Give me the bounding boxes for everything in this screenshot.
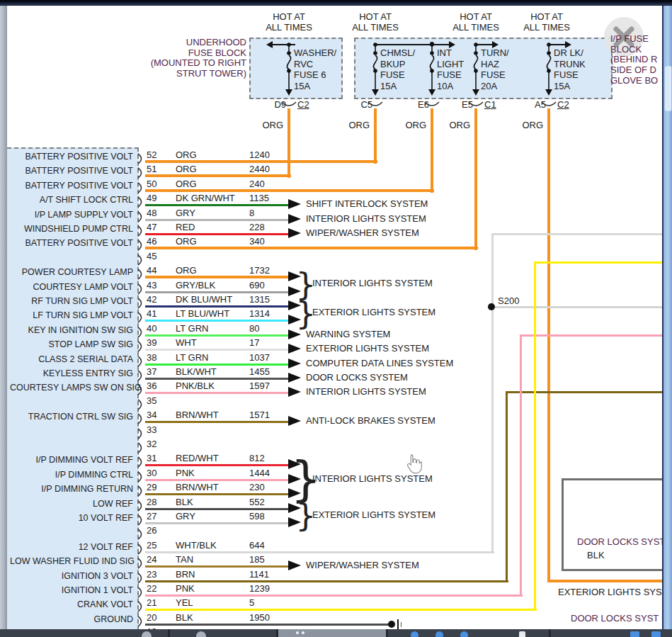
pin-function-label: GROUND	[10, 614, 133, 624]
pin-bracket-icon	[137, 327, 145, 338]
fuse-name: FUSE	[437, 70, 462, 81]
wire-circuit-number: 1950	[249, 613, 270, 624]
wire-color-code: WHT/BLK	[176, 541, 217, 551]
system-reference-label: WARNING SYSTEM	[306, 329, 390, 340]
wire-circuit-number: 2440	[249, 164, 270, 175]
hot-at-all-times-label: ALL TIMES	[508, 23, 586, 33]
taskbar-segment-4[interactable]	[388, 629, 549, 637]
fuse-wire-color-label: ORG	[397, 120, 426, 131]
wire-arrow-icon	[288, 344, 301, 354]
fuse-wire-vertical	[547, 108, 550, 582]
fuse-name: DR LK/	[554, 48, 583, 59]
blue-square-icon[interactable]	[630, 631, 639, 637]
underhood-fuse-block-label: FUSE BLOCK	[113, 48, 246, 59]
pin-bracket-icon	[137, 211, 145, 222]
circle-icon[interactable]	[142, 631, 152, 637]
wire-row	[145, 624, 391, 626]
wire-color-code: DK BLU/WHT	[176, 295, 232, 305]
wire-color-code: LT GRN	[176, 353, 208, 363]
fuse-name: FUSE	[481, 70, 506, 81]
route-exit-horizontal	[534, 261, 664, 264]
wire-row	[145, 204, 289, 206]
cursor-arrow-icon[interactable]	[519, 631, 525, 637]
wire-circuit-number: 644	[249, 541, 265, 551]
wire-row	[145, 349, 289, 351]
pin-number: 25	[147, 541, 156, 551]
fuse-wire-color-label: ORG	[513, 120, 543, 131]
splice-label: S200	[498, 296, 519, 307]
wire-row	[145, 479, 289, 481]
fuse-name: FUSE	[554, 70, 579, 81]
bottom-taskbar[interactable]	[0, 629, 672, 637]
pin-function-label: IGNITION 3 VOLT	[10, 571, 133, 581]
exit-label-exterior-lights: EXTERIOR LIGHTS SYST	[558, 587, 668, 598]
blue-square-icon[interactable]	[651, 631, 661, 637]
pin-function-label: CRANK VOLT	[10, 599, 133, 609]
window-top-edge	[0, 0, 672, 6]
wire-circuit-number: 228	[249, 222, 265, 233]
pin-function-label: LOW WASHER FLUID IND SIG	[10, 556, 133, 566]
pin-function-label: COURTESY LAMPS SW ON SIG	[10, 383, 133, 393]
pin-function-label: I/P DIMMING VOLT REF	[10, 455, 133, 465]
wire-color-code: BLK	[176, 497, 193, 508]
wire-row	[145, 493, 289, 495]
pin-bracket-icon	[137, 500, 145, 512]
wire-color-code: LT BLU/WHT	[176, 309, 229, 320]
taskbar-segment-1[interactable]	[0, 629, 168, 637]
system-reference-label: DOOR LOCKS SYSTEM	[306, 373, 408, 383]
asterisk-icon[interactable]	[296, 631, 299, 634]
fuse-name: 20A	[481, 81, 497, 92]
wire-circuit-number: 552	[249, 497, 265, 508]
hot-at-all-times-label: HOT AT	[336, 12, 414, 23]
blue-dot-icon[interactable]	[411, 631, 418, 637]
pin-bracket-icon	[137, 225, 145, 237]
asterisk-icon[interactable]	[302, 631, 304, 634]
pin-number: 52	[147, 150, 156, 161]
wire-row	[145, 522, 289, 524]
fuse-name: CHMSL/	[380, 48, 415, 59]
fuse-bus-arrow-icon	[266, 41, 273, 48]
fuse-wire-color-label: ORG	[254, 120, 283, 131]
route-exit-horizontal	[520, 334, 664, 337]
taskbar-segment-2[interactable]	[170, 629, 276, 637]
wire-circuit-number: 1239	[249, 584, 270, 594]
wire-color-code: RED/WHT	[176, 453, 219, 464]
brace-bracket: }	[299, 299, 313, 327]
taskbar-segment-5[interactable]	[551, 629, 672, 637]
wire-circuit-number: 185	[249, 555, 265, 565]
wire-arrow-icon	[288, 228, 301, 238]
fuse-name: HAZ	[481, 60, 499, 70]
wire-color-code: WHT	[176, 338, 197, 349]
scrollbar-thumb[interactable]	[664, 65, 672, 112]
pin-number: 41	[147, 309, 156, 320]
fuse-name: FUSE	[380, 70, 405, 81]
wire-row	[145, 609, 537, 611]
pin-number: 42	[147, 295, 156, 305]
blue-dot-icon[interactable]	[435, 631, 443, 637]
pin-function-label: TRACTION CTRL SW SIG	[10, 412, 133, 422]
system-reference-label: COMPUTER DATA LINES SYSTEM	[306, 359, 453, 369]
wire-circuit-number: 8	[249, 208, 254, 219]
window-right-scrollbar[interactable]	[662, 6, 672, 637]
pin-number: 37	[147, 367, 156, 378]
wiring-diagram-window: UNDERHOODFUSE BLOCK(MOUNTED TO RIGHTSTRU…	[0, 0, 672, 637]
pin-bracket-icon	[137, 616, 145, 627]
circle-icon[interactable]	[196, 631, 206, 637]
wire-row	[145, 233, 289, 235]
wire-color-code: RED	[176, 222, 195, 233]
door-locks-box-label: DOOR LOCKS SYST	[577, 537, 665, 548]
wire-color-code: ORG	[176, 179, 197, 190]
blue-dot-icon[interactable]	[460, 631, 468, 637]
pin-number: 44	[147, 266, 156, 276]
wire-circuit-number: 80	[249, 324, 259, 334]
wire-row	[145, 580, 508, 582]
pin-bracket-icon	[137, 167, 145, 179]
fuse-bus	[476, 44, 494, 45]
underhood-fuse-block-label: (MOUNTED TO RIGHT	[113, 58, 246, 69]
wire-color-code: BLK	[176, 613, 193, 624]
taskbar-segment-3[interactable]	[278, 629, 386, 637]
pin-number: 48	[147, 208, 156, 219]
fuse-name: TURN/	[481, 48, 509, 59]
pin-function-label: CLASS 2 SERIAL DATA	[10, 354, 133, 364]
pin-number: 32	[147, 439, 156, 450]
